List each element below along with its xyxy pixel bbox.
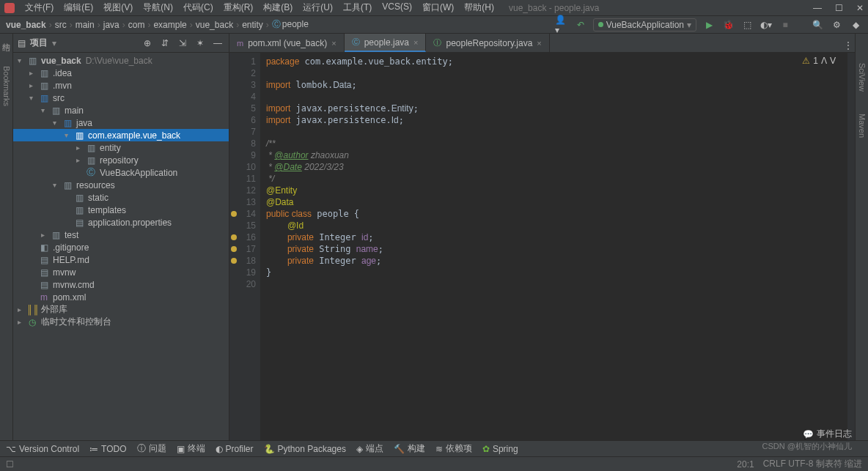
right-tool-strip: SciView Maven [855, 34, 868, 440]
tool-terminal[interactable]: ▣终端 [177, 442, 205, 455]
tree-item[interactable]: ▸▥.mvn [13, 79, 229, 92]
collapse-icon[interactable]: ⇲ [176, 37, 189, 50]
settings-icon[interactable]: ⚙ [830, 18, 843, 31]
status-bar: ☐ 20:1 CRLF UTF-8 制表符 缩进 [0, 456, 868, 471]
tool-problems[interactable]: ⓘ问题 [137, 442, 166, 455]
run-config-select[interactable]: VueBackApplication▾ [593, 18, 696, 31]
menu-window[interactable]: 窗口(W) [418, 0, 458, 15]
crumb[interactable]: example [153, 20, 186, 30]
plugin-icon[interactable]: ◆ [849, 18, 862, 31]
warning-marker[interactable] [231, 246, 237, 252]
crumb[interactable]: main [76, 20, 95, 30]
warning-marker[interactable] [231, 258, 237, 264]
status-icon[interactable]: ☐ [6, 459, 14, 470]
tree-item[interactable]: ⒸVueBackApplication [13, 166, 229, 179]
tree-item[interactable]: ▸▥entity [13, 141, 229, 154]
crumb-file[interactable]: Ⓒpeople [272, 18, 309, 31]
tool-build[interactable]: 🔨构建 [394, 442, 425, 455]
tree-item[interactable]: ▸▥repository [13, 154, 229, 166]
project-tree[interactable]: ▾▥vue_backD:\Vue\vue_back ▸▥.idea ▸▥.mvn… [13, 53, 229, 440]
tool-maven[interactable]: Maven [858, 114, 867, 138]
menu-code[interactable]: 代码(C) [179, 0, 218, 15]
window-title: vue_back - people.java [509, 3, 599, 13]
code-editor[interactable]: 12345678910111213 14 15 16 17 18 1920 pa… [229, 53, 855, 440]
stop-button[interactable]: ■ [779, 18, 792, 31]
tool-endpoints[interactable]: ◈端点 [356, 442, 383, 455]
hide-icon[interactable]: — [211, 37, 224, 50]
tree-item[interactable]: ▸▥test [13, 229, 229, 241]
user-icon[interactable]: 👤▾ [555, 18, 568, 31]
tool-todo[interactable]: ≔TODO [89, 444, 126, 454]
tool-pypkg[interactable]: 🐍Python Packages [264, 444, 346, 454]
maximize-button[interactable]: ☐ [835, 3, 843, 13]
tree-item-selected[interactable]: ▾▥com.example.vue_back [13, 129, 229, 141]
menu-file[interactable]: 文件(F) [21, 0, 58, 15]
menu-build[interactable]: 构建(B) [259, 0, 297, 15]
crumb[interactable]: vue_back [196, 20, 233, 30]
menu-refactor[interactable]: 重构(R) [219, 0, 258, 15]
tree-item[interactable]: ▤mvnw [13, 266, 229, 278]
minimize-button[interactable]: — [813, 3, 822, 13]
sidebar-title: 项目 [30, 37, 48, 49]
tree-item[interactable]: ▾▥src [13, 92, 229, 104]
tree-item[interactable]: ▾▥main [13, 104, 229, 116]
tool-deps[interactable]: ≋依赖项 [435, 442, 472, 455]
tool-profiler[interactable]: ◐Profiler [216, 444, 254, 454]
tab-pom[interactable]: mpom.xml (vue_back)× [229, 34, 345, 52]
back-icon[interactable]: ↶ [574, 18, 587, 31]
coverage-button[interactable]: ⬚ [740, 18, 754, 31]
close-icon[interactable]: × [413, 38, 418, 47]
crumb-root[interactable]: vue_back [6, 20, 46, 30]
tool-vcs[interactable]: ⌥Version Control [6, 444, 79, 454]
tree-item[interactable]: ▥static [13, 191, 229, 204]
close-button[interactable]: ✕ [856, 3, 864, 13]
tab-people[interactable]: Ⓒpeople.java× [345, 34, 427, 52]
crumb[interactable]: java [103, 20, 119, 30]
tool-spring[interactable]: ✿Spring [482, 444, 518, 454]
tabs-more-icon[interactable]: ⋮ [842, 39, 855, 52]
tree-item[interactable]: ◧.gitignore [13, 241, 229, 253]
scroll-indicator[interactable] [847, 53, 855, 440]
tree-item[interactable]: ▾▥resources [13, 179, 229, 191]
tree-item[interactable]: ▾▥java [13, 116, 229, 129]
expand-icon[interactable]: ⇵ [158, 37, 172, 50]
tree-scratch[interactable]: ▸◷临时文件和控制台 [13, 316, 229, 328]
warning-marker[interactable] [231, 234, 237, 240]
tool-bookmarks[interactable]: Bookmarks [2, 66, 11, 106]
tree-item[interactable]: ▤application.properties [13, 216, 229, 229]
code-text[interactable]: package com.example.vue_back.entity; imp… [260, 53, 855, 440]
event-log-button[interactable]: 💬事件日志 [803, 428, 852, 440]
profile-button[interactable]: ◐▾ [760, 18, 773, 31]
warning-marker[interactable] [231, 211, 237, 217]
tool-sciview[interactable]: SciView [858, 63, 867, 92]
tree-item[interactable]: mpom.xml [13, 291, 229, 303]
menu-tools[interactable]: 工具(T) [339, 0, 376, 15]
menu-view[interactable]: 视图(V) [99, 0, 137, 15]
crumb[interactable]: com [128, 20, 145, 30]
search-icon[interactable]: 🔍 [811, 18, 824, 31]
menu-vcs[interactable]: VCS(S) [378, 0, 416, 15]
debug-button[interactable]: 🐞 [721, 18, 735, 31]
menu-nav[interactable]: 导航(N) [139, 0, 177, 15]
tree-item[interactable]: ▤mvnw.cmd [13, 278, 229, 291]
caret-position[interactable]: 20:1 [737, 459, 754, 470]
crumb[interactable]: src [55, 20, 67, 30]
select-opened-icon[interactable]: ⊕ [141, 37, 154, 50]
close-icon[interactable]: × [331, 39, 336, 48]
editor-tabs: mpom.xml (vue_back)× Ⓒpeople.java× Ⓘpeop… [229, 34, 855, 53]
tree-root[interactable]: ▾▥vue_backD:\Vue\vue_back [13, 54, 229, 67]
crumb[interactable]: entity [242, 20, 263, 30]
tree-item[interactable]: ▤HELP.md [13, 253, 229, 266]
tree-item[interactable]: ▥templates [13, 204, 229, 216]
run-button[interactable]: ▶ [702, 18, 716, 31]
tab-repo[interactable]: ⒾpeopleRepository.java× [426, 34, 549, 52]
gear-icon[interactable]: ✶ [194, 37, 207, 50]
close-icon[interactable]: × [537, 39, 541, 48]
tree-external[interactable]: ▸║║外部库 [13, 303, 229, 316]
encoding-info[interactable]: CRLF UTF-8 制表符 缩进 [763, 458, 862, 470]
menu-help[interactable]: 帮助(H) [460, 0, 499, 15]
tree-item[interactable]: ▸▥.idea [13, 67, 229, 79]
menu-edit[interactable]: 编辑(E) [59, 0, 98, 15]
inspection-badge[interactable]: ⚠1 ᐱ ᐯ [802, 56, 836, 66]
menu-run[interactable]: 运行(U) [298, 0, 337, 15]
